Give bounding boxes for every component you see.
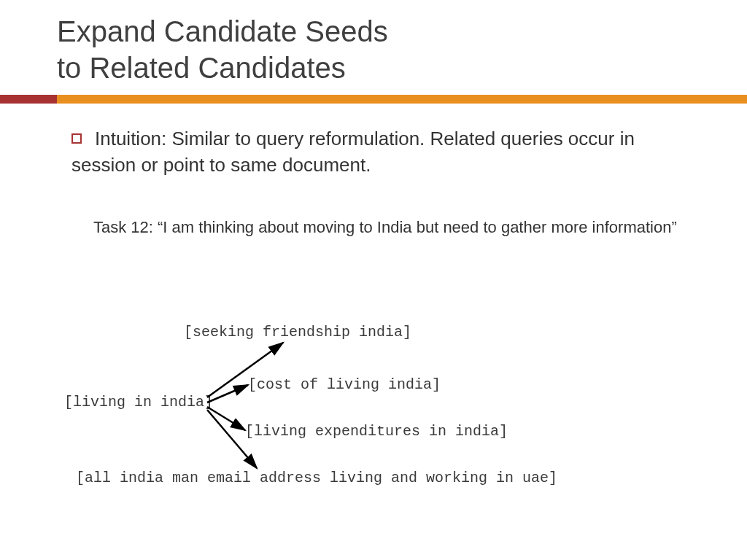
bullet-item: Intuition: Similar to query reformulatio… xyxy=(71,125,703,179)
expansion-4: [all india man email address living and … xyxy=(76,470,557,486)
svg-line-1 xyxy=(207,385,248,402)
expansion-1: [seeking friendship india] xyxy=(184,324,411,341)
bullet-text: Intuition: Similar to query reformulatio… xyxy=(71,128,635,176)
slide-title: Expand Candidate Seeds to Related Candid… xyxy=(57,13,388,86)
slide: Expand Candidate Seeds to Related Candid… xyxy=(0,0,747,560)
expansion-3: [living expenditures in india] xyxy=(245,423,508,440)
bullet-square-icon xyxy=(71,133,82,144)
accent-orange xyxy=(57,95,747,104)
seed-query: [living in india] xyxy=(64,394,213,411)
title-line-2: to Related Candidates xyxy=(57,52,346,84)
task-text: Task 12: “I am thinking about moving to … xyxy=(93,216,689,239)
expansion-2: [cost of living india] xyxy=(248,376,441,393)
accent-bar xyxy=(0,95,747,104)
title-line-1: Expand Candidate Seeds xyxy=(57,15,388,47)
accent-red xyxy=(0,95,57,104)
